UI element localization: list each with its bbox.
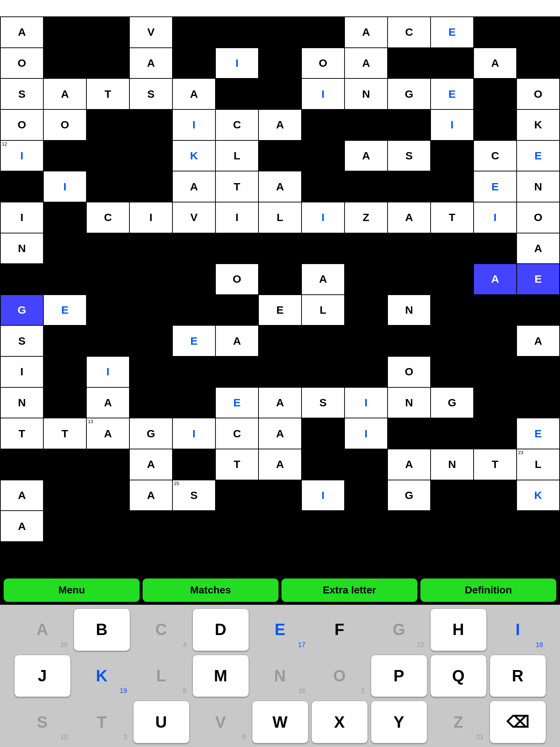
cell-r2-c7[interactable]: I — [302, 79, 344, 109]
cell-r7-c2[interactable] — [87, 233, 129, 264]
cell-r8-c4[interactable] — [173, 264, 215, 294]
cell-r2-c4[interactable]: A — [173, 79, 215, 109]
cell-r10-c12[interactable]: I — [1, 357, 43, 387]
key-G[interactable]: G22 — [371, 608, 427, 651]
cell-r14-c4[interactable]: T — [216, 449, 258, 480]
cell-r4-c4[interactable]: K — [173, 141, 215, 171]
cell-r12-c3[interactable] — [173, 388, 215, 418]
cell-r12-c1[interactable]: A — [87, 388, 129, 418]
cell-r8-c13[interactable]: G — [1, 295, 43, 325]
cell-r7-c1[interactable] — [44, 233, 86, 264]
cell-r14-c7[interactable] — [345, 449, 387, 480]
cell-r12-c0[interactable] — [44, 388, 86, 418]
cell-r16-c7[interactable] — [345, 511, 387, 541]
cell-r15-c0[interactable] — [44, 480, 86, 511]
cell-r9-c8[interactable]: N — [388, 295, 430, 325]
key-J[interactable]: J — [14, 655, 71, 697]
cell-r9-c12[interactable]: S — [1, 326, 43, 356]
cell-r6-c7[interactable]: I — [302, 202, 344, 233]
cell-r16-c8[interactable] — [388, 511, 430, 541]
cell-r13-c11[interactable]: E — [517, 418, 559, 449]
key-K[interactable]: K19 — [74, 655, 130, 697]
cell-r8-c2[interactable] — [87, 264, 129, 294]
cell-r16-c6[interactable] — [302, 511, 344, 541]
cell-r14-c3[interactable] — [173, 449, 215, 480]
key-F[interactable]: F — [311, 608, 368, 651]
cell-r12-c4[interactable]: E — [216, 388, 258, 418]
cell-r16-c11[interactable] — [517, 511, 559, 541]
cell-r15-c4[interactable] — [216, 480, 258, 511]
cell-r14-c11[interactable]: 23L — [517, 449, 559, 480]
cell-r9-c6[interactable]: L — [302, 295, 344, 325]
key-I[interactable]: I18 — [490, 608, 546, 651]
cell-r15-c10[interactable] — [474, 480, 516, 511]
cell-r7-c5[interactable] — [216, 233, 258, 264]
cell-r9-c10[interactable] — [474, 295, 516, 325]
cell-r13-c9[interactable] — [431, 418, 473, 449]
cell-r5-c3[interactable] — [130, 171, 172, 202]
cell-r2-c9[interactable]: G — [388, 79, 430, 109]
cell-r0-c11[interactable] — [474, 17, 516, 47]
extra-letter-button[interactable]: Extra letter — [281, 578, 417, 602]
cell-r10-c5[interactable] — [259, 326, 301, 356]
cell-r2-c1[interactable]: A — [44, 79, 86, 109]
cell-r6-c8[interactable]: Z — [345, 202, 387, 233]
cell-r0-c2[interactable] — [87, 17, 129, 47]
cell-r2-c5[interactable] — [216, 79, 258, 109]
cell-r15-c9[interactable] — [431, 480, 473, 511]
cell-r8-c12[interactable]: E — [517, 264, 559, 294]
cell-r8-c1[interactable] — [44, 264, 86, 294]
cell-r14-c5[interactable]: A — [259, 449, 301, 480]
cell-r10-c9[interactable] — [431, 326, 473, 356]
key-Z[interactable]: Z21 — [430, 701, 487, 743]
cell-r10-c8[interactable] — [388, 326, 430, 356]
cell-r9-c1[interactable] — [87, 295, 129, 325]
key-X[interactable]: X — [311, 701, 368, 743]
key-P[interactable]: P — [371, 655, 427, 697]
cell-r7-c0[interactable]: N — [1, 233, 43, 264]
key-S[interactable]: S10 — [14, 701, 71, 743]
cell-r1-c9[interactable] — [388, 48, 430, 78]
cell-r4-c7[interactable] — [302, 141, 344, 171]
cell-r5-c9[interactable] — [388, 171, 430, 202]
cell-r3-c0[interactable]: O — [1, 110, 43, 140]
cell-r7-c6[interactable] — [259, 233, 301, 264]
cell-r8-c3[interactable] — [130, 264, 172, 294]
cell-r10-c2[interactable] — [130, 326, 172, 356]
cell-r12-c11[interactable] — [517, 388, 559, 418]
cell-r13-c7[interactable]: I — [345, 418, 387, 449]
cell-r16-c5[interactable] — [259, 511, 301, 541]
cell-r12-c6[interactable]: S — [302, 388, 344, 418]
cell-r3-c1[interactable]: O — [44, 110, 86, 140]
cell-r9-c11[interactable] — [517, 295, 559, 325]
cell-r12-c7[interactable]: I — [345, 388, 387, 418]
cell-r11-c11[interactable] — [517, 357, 559, 387]
key-B[interactable]: B — [74, 608, 130, 651]
cell-r9-c9[interactable] — [431, 295, 473, 325]
cell-r3-c8[interactable] — [345, 110, 387, 140]
cell-r9-c3[interactable] — [173, 295, 215, 325]
cell-r6-c11[interactable]: I — [474, 202, 516, 233]
cell-r10-c3[interactable]: E — [173, 326, 215, 356]
cell-r9-c4[interactable] — [216, 295, 258, 325]
cell-r15-c3[interactable]: 25S — [173, 480, 215, 511]
cell-r15-c5[interactable] — [259, 480, 301, 511]
cell-r14-c1[interactable] — [87, 449, 129, 480]
cell-r11-c10[interactable] — [474, 357, 516, 387]
cell-r5-c12[interactable]: N — [517, 171, 559, 202]
cell-r16-c1[interactable] — [87, 511, 129, 541]
cell-r2-c3[interactable]: S — [130, 79, 172, 109]
cell-r13-c12[interactable] — [1, 449, 43, 480]
cell-r5-c11[interactable]: E — [474, 171, 516, 202]
cell-r8-c0[interactable] — [1, 264, 43, 294]
cell-r15-c7[interactable] — [345, 480, 387, 511]
matches-button[interactable]: Matches — [143, 578, 279, 602]
cell-r15-c8[interactable]: G — [388, 480, 430, 511]
cell-r0-c10[interactable]: E — [431, 17, 473, 47]
cell-r0-c5[interactable] — [216, 17, 258, 47]
cell-r5-c1[interactable]: I — [44, 171, 86, 202]
cell-r13-c4[interactable]: C — [216, 418, 258, 449]
cell-r0-c9[interactable]: C — [388, 17, 430, 47]
cell-r0-c4[interactable] — [173, 17, 215, 47]
key-D[interactable]: D — [192, 608, 249, 651]
